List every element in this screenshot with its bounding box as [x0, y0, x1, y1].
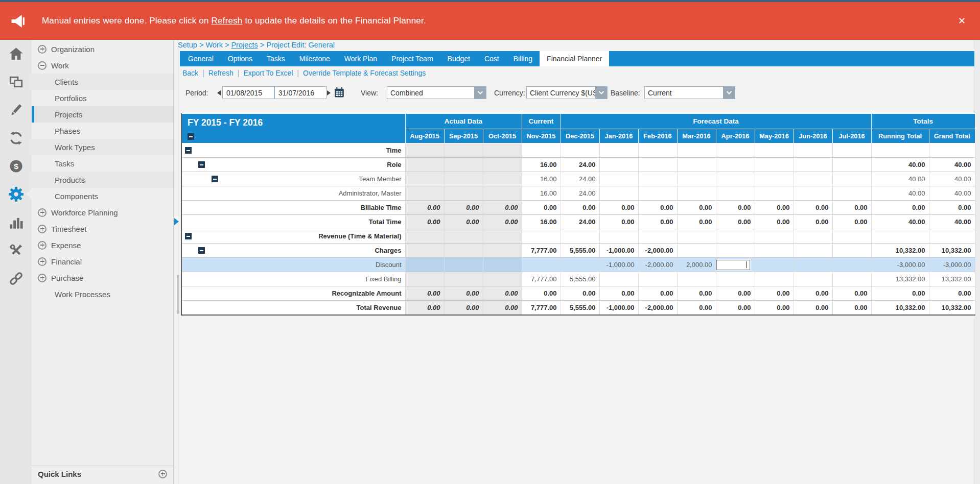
windows-icon[interactable] — [0, 68, 32, 96]
planner-cell-apr-2016[interactable] — [716, 172, 755, 186]
planner-cell-running-total[interactable]: 13,332.00 — [871, 272, 929, 286]
planner-cell-grand-total[interactable]: 0.00 — [929, 286, 975, 301]
planner-cell-dec-2015[interactable]: 24.00 — [561, 158, 599, 172]
planner-cell-jul-2016[interactable]: 0.00 — [832, 301, 871, 316]
planner-cell-grand-total[interactable] — [929, 229, 975, 244]
planner-cell-apr-2016[interactable]: 0.00 — [716, 201, 755, 215]
planner-cell-aug-2015[interactable] — [405, 172, 444, 186]
sidebar-item-work-processes[interactable]: Work Processes — [32, 286, 173, 302]
planner-cell-jun-2016[interactable] — [794, 143, 832, 158]
planner-cell-jul-2016[interactable] — [832, 244, 871, 258]
planner-cell-feb-2016[interactable] — [638, 272, 677, 286]
sidebar-item-tasks[interactable]: Tasks — [32, 155, 173, 172]
planner-cell-oct-2015[interactable] — [483, 229, 522, 244]
expand-icon[interactable] — [38, 274, 46, 282]
planner-cell-apr-2016[interactable] — [716, 244, 755, 258]
planner-cell-sep-2015[interactable] — [444, 229, 483, 244]
planner-cell-jan-2016[interactable] — [599, 186, 638, 201]
planner-cell-jun-2016[interactable]: 0.00 — [794, 301, 832, 316]
planner-cell-grand-total[interactable] — [929, 143, 975, 158]
planner-cell-feb-2016[interactable] — [638, 186, 677, 201]
planner-cell-jan-2016[interactable]: 0.00 — [599, 201, 638, 215]
tab-general[interactable]: General — [181, 51, 221, 66]
planner-cell-mar-2016[interactable] — [677, 272, 716, 286]
planner-cell-may-2016[interactable] — [755, 186, 794, 201]
planner-cell-jul-2016[interactable] — [832, 258, 871, 272]
planner-cell-jul-2016[interactable] — [832, 186, 871, 201]
planner-cell-aug-2015[interactable]: 0.00 — [405, 215, 444, 229]
tab-cost[interactable]: Cost — [477, 51, 506, 66]
collapse-icon[interactable] — [198, 161, 205, 168]
planner-cell-oct-2015[interactable] — [483, 244, 522, 258]
tools-icon[interactable] — [0, 236, 32, 264]
quick-links-bar[interactable]: Quick Links — [32, 466, 173, 481]
planner-cell-may-2016[interactable] — [755, 229, 794, 244]
planner-cell-nov-2015[interactable]: 16.00 — [522, 158, 561, 172]
sidebar-item-workforce-planning[interactable]: Workforce Planning — [32, 204, 173, 221]
planner-cell-grand-total[interactable]: 0.00 — [929, 201, 975, 215]
planner-cell-sep-2015[interactable]: 0.00 — [444, 215, 483, 229]
planner-cell-dec-2015[interactable]: 5,555.00 — [561, 301, 599, 316]
sidebar-item-financial[interactable]: Financial — [32, 253, 173, 270]
planner-cell-grand-total[interactable]: 10,332.00 — [929, 244, 975, 258]
planner-cell-mar-2016[interactable]: 0.00 — [677, 201, 716, 215]
link-back[interactable]: Back — [182, 69, 198, 77]
planner-cell-dec-2015[interactable] — [561, 258, 599, 272]
sidebar-item-expense[interactable]: Expense — [32, 237, 173, 253]
planner-cell-feb-2016[interactable]: 0.00 — [638, 215, 677, 229]
planner-cell-aug-2015[interactable]: 0.00 — [405, 286, 444, 301]
planner-cell-aug-2015[interactable]: 0.00 — [405, 201, 444, 215]
planner-cell-nov-2015[interactable]: 16.00 — [522, 215, 561, 229]
link-icon[interactable] — [0, 264, 32, 293]
planner-cell-nov-2015[interactable]: 7,777.00 — [522, 301, 561, 316]
planner-cell-jun-2016[interactable] — [794, 258, 832, 272]
planner-cell-running-total[interactable]: 40.00 — [871, 215, 929, 229]
expand-icon[interactable] — [38, 225, 46, 233]
planner-cell-dec-2015[interactable]: 24.00 — [561, 172, 599, 186]
planner-cell-feb-2016[interactable]: 0.00 — [638, 201, 677, 215]
breadcrumb-project-edit-general[interactable]: Project Edit: General — [266, 41, 335, 49]
planner-cell-nov-2015[interactable] — [522, 258, 561, 272]
planner-cell-grand-total[interactable]: 40.00 — [929, 158, 975, 172]
planner-cell-may-2016[interactable]: 0.00 — [755, 201, 794, 215]
planner-cell-jun-2016[interactable]: 0.00 — [794, 215, 832, 229]
planner-cell-mar-2016[interactable]: 2,000.00 — [677, 258, 716, 272]
tab-milestone[interactable]: Milestone — [292, 51, 337, 66]
planner-cell-jan-2016[interactable] — [599, 272, 638, 286]
home-icon[interactable] — [0, 40, 32, 68]
planner-cell-apr-2016[interactable] — [716, 258, 755, 272]
planner-cell-grand-total[interactable]: 40.00 — [929, 172, 975, 186]
planner-cell-jul-2016[interactable] — [832, 172, 871, 186]
planner-cell-feb-2016[interactable] — [638, 229, 677, 244]
banner-refresh-link[interactable]: Refresh — [212, 16, 243, 26]
next-period-icon[interactable] — [327, 90, 331, 95]
planner-cell-jun-2016[interactable] — [794, 158, 832, 172]
baseline-select[interactable]: Current — [644, 86, 735, 99]
planner-cell-dec-2015[interactable]: 5,555.00 — [561, 244, 599, 258]
planner-cell-may-2016[interactable] — [755, 244, 794, 258]
planner-cell-apr-2016[interactable]: 0.00 — [716, 301, 755, 316]
pencil-icon[interactable] — [0, 96, 32, 124]
sidebar-item-phases[interactable]: Phases — [32, 123, 173, 139]
planner-cell-dec-2015[interactable]: 5,555.00 — [561, 272, 599, 286]
planner-cell-apr-2016[interactable] — [716, 272, 755, 286]
planner-cell-grand-total[interactable]: 10,332.00 — [929, 301, 975, 316]
planner-cell-aug-2015[interactable] — [405, 244, 444, 258]
period-end-input[interactable]: 31/07/2016 — [274, 86, 326, 99]
planner-cell-sep-2015[interactable] — [444, 143, 483, 158]
planner-cell-running-total[interactable]: 10,332.00 — [871, 244, 929, 258]
planner-cell-jul-2016[interactable]: 0.00 — [832, 201, 871, 215]
planner-cell-may-2016[interactable] — [755, 272, 794, 286]
planner-cell-nov-2015[interactable]: 16.00 — [522, 186, 561, 201]
planner-cell-dec-2015[interactable] — [561, 229, 599, 244]
planner-cell-grand-total[interactable]: 40.00 — [929, 215, 975, 229]
link-refresh[interactable]: Refresh — [208, 69, 234, 77]
planner-cell-jan-2016[interactable] — [599, 172, 638, 186]
sidebar-item-organization[interactable]: Organization — [32, 41, 173, 57]
planner-cell-jun-2016[interactable]: 0.00 — [794, 286, 832, 301]
planner-cell-jan-2016[interactable] — [599, 158, 638, 172]
planner-cell-grand-total[interactable]: 40.00 — [929, 186, 975, 201]
link-export-to-excel[interactable]: Export To Excel — [243, 69, 293, 77]
planner-cell-oct-2015[interactable] — [483, 158, 522, 172]
sidebar-item-products[interactable]: Products — [32, 172, 173, 188]
